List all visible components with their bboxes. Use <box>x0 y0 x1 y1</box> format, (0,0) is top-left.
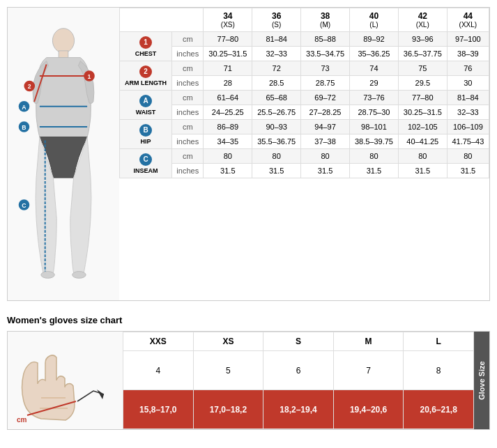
size-header-40: 40 (L) <box>350 8 399 32</box>
cell-hip-cm-1: 90–93 <box>252 120 301 134</box>
row-hip-cm: BHIPcm86–8990–9394–9798–101102–105106–10… <box>120 120 489 134</box>
svg-text:1: 1 <box>88 73 91 80</box>
cell-hip-cm-4: 102–105 <box>398 120 447 134</box>
gloves-size-row: 45678 <box>123 351 474 390</box>
row-hip-inches: inches34–3535.5–36.7537–3838.5–39.7540–4… <box>120 134 489 149</box>
gloves-table-wrap: XXSXSSML 4567815,8–17,017,0–18,218,2–19,… <box>123 332 489 429</box>
gloves-measurement-row: 15,8–17,017,0–18,218,2–19,419,4–20,620,6… <box>123 390 474 429</box>
empty-header <box>120 8 204 32</box>
unit-inches-arm-length: inches <box>172 76 204 91</box>
cell-arm-length-cm-5: 76 <box>447 61 489 76</box>
cell-chest-inches-1: 32–33 <box>252 47 301 61</box>
icon-arm-length: 2 <box>139 65 152 78</box>
row-inseam-inches: inches31.531.531.531.531.531.5 <box>120 164 489 178</box>
icon-waist: A <box>139 95 152 107</box>
row-chest-inches: inches30.25–31.532–3333.5–34.7535–36.253… <box>120 47 489 61</box>
glove-measure-cell-3: 19,4–20,6 <box>333 390 404 429</box>
gloves-col-S: S <box>263 332 334 351</box>
icon-chest: 1 <box>139 36 152 49</box>
gloves-col-XXS: XXS <box>123 332 194 351</box>
label-waist: AWAIST <box>120 91 172 120</box>
svg-text:2: 2 <box>28 83 31 90</box>
cell-hip-cm-0: 86–89 <box>204 120 252 134</box>
cell-arm-length-cm-0: 71 <box>204 61 252 76</box>
icon-inseam: C <box>139 153 152 166</box>
cell-arm-length-cm-4: 75 <box>398 61 447 76</box>
cell-chest-inches-2: 33.5–34.75 <box>301 47 350 61</box>
glove-size-cell-3: 7 <box>333 351 404 390</box>
unit-inches-waist: inches <box>172 105 204 120</box>
cell-inseam-inches-0: 31.5 <box>204 164 252 178</box>
cell-chest-cm-0: 77–80 <box>204 32 252 47</box>
cell-hip-inches-1: 35.5–36.75 <box>252 134 301 149</box>
cell-arm-length-inches-4: 29.5 <box>398 76 447 91</box>
gloves-col-L: L <box>404 332 474 351</box>
svg-text:cm: cm <box>17 416 27 424</box>
cell-arm-length-cm-3: 74 <box>350 61 399 76</box>
row-inseam-cm: CINSEAMcm808080808080 <box>120 149 489 164</box>
cell-chest-cm-4: 93–96 <box>398 32 447 47</box>
unit-inches-chest: inches <box>172 47 204 61</box>
cell-chest-inches-3: 35–36.25 <box>350 47 399 61</box>
body-figure: A B C 1 2 <box>8 8 119 300</box>
glove-measure-cell-1: 17,0–18,2 <box>193 390 263 429</box>
glove-measure-cell-4: 20,6–21,8 <box>404 390 474 429</box>
svg-point-2 <box>41 272 54 279</box>
cell-arm-length-cm-1: 72 <box>252 61 301 76</box>
glove-size-cell-4: 8 <box>404 351 474 390</box>
cell-inseam-inches-5: 31.5 <box>447 164 489 178</box>
svg-point-3 <box>72 272 86 279</box>
glove-size-cell-2: 6 <box>263 351 334 390</box>
cell-chest-inches-4: 36.5–37.75 <box>398 47 447 61</box>
row-waist-cm: AWAISTcm61–6465–6869–7273–7677–8081–84 <box>120 91 489 105</box>
cell-chest-cm-2: 85–88 <box>301 32 350 47</box>
svg-rect-1 <box>59 51 68 58</box>
cell-waist-cm-1: 65–68 <box>252 91 301 105</box>
cell-arm-length-inches-1: 28.5 <box>252 76 301 91</box>
icon-hip: B <box>139 124 152 137</box>
cell-inseam-cm-0: 80 <box>204 149 252 164</box>
cell-chest-cm-5: 97–100 <box>447 32 489 47</box>
unit-inches-hip: inches <box>172 134 204 149</box>
cell-arm-length-inches-0: 28 <box>204 76 252 91</box>
svg-text:C: C <box>22 202 26 209</box>
cell-inseam-cm-4: 80 <box>398 149 447 164</box>
header-row: 34 (XS) 36 (S) 38 (M) 40 (L) <box>120 8 489 32</box>
cell-hip-inches-2: 37–38 <box>301 134 350 149</box>
gloves-section: Women's gloves size chart cm <box>7 315 490 430</box>
svg-marker-23 <box>97 389 104 399</box>
cell-inseam-inches-2: 31.5 <box>301 164 350 178</box>
label-arm-length: 2ARM LENGTH <box>120 61 172 91</box>
cell-waist-cm-3: 73–76 <box>350 91 399 105</box>
cell-chest-cm-1: 81–84 <box>252 32 301 47</box>
cell-inseam-inches-1: 31.5 <box>252 164 301 178</box>
unit-cm-inseam: cm <box>172 149 204 164</box>
glove-measure-cell-0: 15,8–17,0 <box>123 390 194 429</box>
row-arm-length-cm: 2ARM LENGTHcm717273747576 <box>120 61 489 76</box>
cell-waist-inches-1: 25.5–26.75 <box>252 105 301 120</box>
cell-inseam-inches-4: 31.5 <box>398 164 447 178</box>
cell-waist-inches-2: 27–28.25 <box>301 105 350 120</box>
label-hip: BHIP <box>120 120 172 149</box>
gloves-title: Women's gloves size chart <box>7 315 490 325</box>
cell-inseam-cm-1: 80 <box>252 149 301 164</box>
svg-text:B: B <box>22 124 26 131</box>
cell-waist-cm-0: 61–64 <box>204 91 252 105</box>
glove-size-label: Glove Size <box>474 332 489 429</box>
gloves-figure: cm <box>8 332 123 429</box>
cell-hip-cm-2: 94–97 <box>301 120 350 134</box>
gloves-table: XXSXSSML 4567815,8–17,017,0–18,218,2–19,… <box>123 332 474 429</box>
cell-chest-inches-0: 30.25–31.5 <box>204 47 252 61</box>
row-arm-length-inches: inches2828.528.752929.530 <box>120 76 489 91</box>
cell-chest-cm-3: 89–92 <box>350 32 399 47</box>
gloves-header-row: XXSXSSML <box>123 332 474 351</box>
glove-measure-cell-2: 18,2–19,4 <box>263 390 334 429</box>
cell-waist-cm-2: 69–72 <box>301 91 350 105</box>
row-chest-cm: 1CHESTcm77–8081–8485–8889–9293–9697–100 <box>120 32 489 47</box>
unit-cm-hip: cm <box>172 120 204 134</box>
cell-arm-length-inches-3: 29 <box>350 76 399 91</box>
size-table: 34 (XS) 36 (S) 38 (M) 40 (L) <box>119 8 489 178</box>
size-table-container: 34 (XS) 36 (S) 38 (M) 40 (L) <box>119 8 489 300</box>
unit-cm-waist: cm <box>172 91 204 105</box>
cell-hip-inches-4: 40–41.25 <box>398 134 447 149</box>
